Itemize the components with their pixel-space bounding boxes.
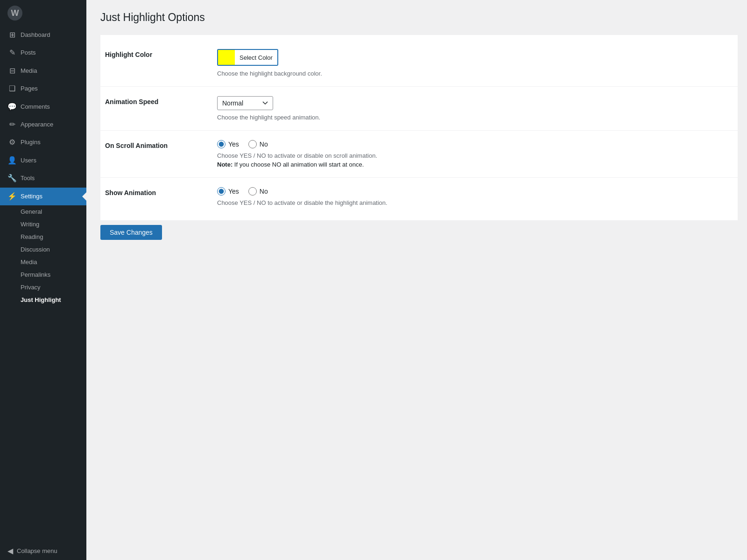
sidebar-logo: W [0,0,86,26]
sidebar-item-label: Media [21,67,37,75]
on-scroll-no-option[interactable]: No [248,140,268,148]
show-animation-no-option[interactable]: No [248,187,268,196]
select-color-label: Select Color [235,52,277,63]
show-animation-control: Yes No Choose YES / NO to activate or di… [203,187,738,206]
show-animation-radio-group: Yes No [217,187,738,196]
note-bold: Note: [217,161,233,168]
submenu-general[interactable]: General [0,205,86,218]
highlight-color-label: Highlight Color [100,49,203,58]
media-icon: ⊟ [7,66,17,76]
sidebar-item-label: Settings [21,192,42,201]
on-scroll-description: Choose YES / NO to activate or disable o… [217,152,738,159]
animation-speed-row: Animation Speed Slow Normal Fast Choose … [100,87,738,131]
sidebar-item-label: Comments [21,103,50,111]
sidebar-item-label: Pages [21,84,38,93]
sidebar-item-label: Tools [21,174,35,182]
on-scroll-yes-label: Yes [228,140,239,148]
save-changes-button[interactable]: Save Changes [100,225,162,240]
note-text-content: If you choose NO all animation will star… [233,161,364,168]
on-scroll-yes-option[interactable]: Yes [217,140,239,148]
sidebar: W ⊞ Dashboard ✎ Posts ⊟ Media ❑ Pages 💬 … [0,0,86,560]
highlight-color-description: Choose the highlight background color. [217,70,738,77]
main-content: Just Highlight Options Highlight Color S… [86,0,747,560]
sidebar-item-plugins[interactable]: ⚙ Plugins [0,133,86,151]
show-animation-yes-option[interactable]: Yes [217,187,239,196]
on-scroll-no-radio[interactable] [248,140,257,148]
on-scroll-yes-radio[interactable] [217,140,226,148]
on-scroll-animation-row: On Scroll Animation Yes No Choose YES / … [100,131,738,178]
highlight-color-row: Highlight Color Select Color Choose the … [100,40,738,87]
submenu-just-highlight[interactable]: Just Highlight [0,294,86,306]
submenu-media[interactable]: Media [0,256,86,268]
submenu-privacy[interactable]: Privacy [0,281,86,294]
submenu-writing[interactable]: Writing [0,218,86,231]
sidebar-item-label: Dashboard [21,31,50,39]
sidebar-item-label: Plugins [21,138,41,147]
on-scroll-note: Note: If you choose NO all animation wil… [217,161,738,168]
plugins-icon: ⚙ [7,137,17,147]
sidebar-item-tools[interactable]: 🔧 Tools [0,169,86,187]
on-scroll-radio-group: Yes No [217,140,738,148]
submenu-reading[interactable]: Reading [0,231,86,243]
show-animation-row: Show Animation Yes No Choose YES / NO to… [100,178,738,216]
show-animation-yes-label: Yes [228,188,239,195]
collapse-icon: ◀ [7,546,13,555]
show-animation-yes-radio[interactable] [217,187,226,196]
sidebar-item-label: Posts [21,49,36,57]
sidebar-item-label: Appearance [21,120,53,129]
pages-icon: ❑ [7,84,17,94]
options-form: Highlight Color Select Color Choose the … [100,35,738,220]
animation-speed-description: Choose the highlight speed animation. [217,114,738,121]
dashboard-icon: ⊞ [7,30,17,40]
tools-icon: 🔧 [7,173,17,183]
animation-speed-control: Slow Normal Fast Choose the highlight sp… [203,96,738,121]
sidebar-item-posts[interactable]: ✎ Posts [0,44,86,62]
sidebar-item-dashboard[interactable]: ⊞ Dashboard [0,26,86,44]
settings-icon: ⚡ [7,191,17,202]
show-animation-label: Show Animation [100,187,203,196]
sidebar-item-appearance[interactable]: ✏ Appearance [0,116,86,133]
animation-speed-select[interactable]: Slow Normal Fast [217,96,273,110]
sidebar-item-comments[interactable]: 💬 Comments [0,98,86,116]
sidebar-item-settings[interactable]: ⚡ Settings [0,188,86,205]
show-animation-description: Choose YES / NO to activate or disable t… [217,199,738,206]
collapse-menu-label: Collapse menu [17,547,57,554]
on-scroll-animation-label: On Scroll Animation [100,140,203,149]
appearance-icon: ✏ [7,119,17,130]
submenu-permalinks[interactable]: Permalinks [0,268,86,281]
animation-speed-label: Animation Speed [100,96,203,105]
sidebar-item-media[interactable]: ⊟ Media [0,62,86,80]
comments-icon: 💬 [7,102,17,112]
show-animation-no-label: No [260,188,268,195]
submenu-discussion[interactable]: Discussion [0,243,86,256]
sidebar-item-users[interactable]: 👤 Users [0,152,86,169]
on-scroll-animation-control: Yes No Choose YES / NO to activate or di… [203,140,738,168]
sidebar-item-pages[interactable]: ❑ Pages [0,80,86,98]
on-scroll-no-label: No [260,140,268,148]
collapse-menu-button[interactable]: ◀ Collapse menu [0,542,86,560]
page-title: Just Highlight Options [100,11,738,24]
sidebar-item-label: Users [21,156,36,165]
wp-logo-icon: W [7,6,22,21]
select-color-button[interactable]: Select Color [217,49,278,66]
show-animation-no-radio[interactable] [248,187,257,196]
settings-submenu: General Writing Reading Discussion Media… [0,205,86,306]
highlight-color-control: Select Color Choose the highlight backgr… [203,49,738,77]
color-swatch [218,50,235,65]
posts-icon: ✎ [7,48,17,58]
users-icon: 👤 [7,155,17,166]
